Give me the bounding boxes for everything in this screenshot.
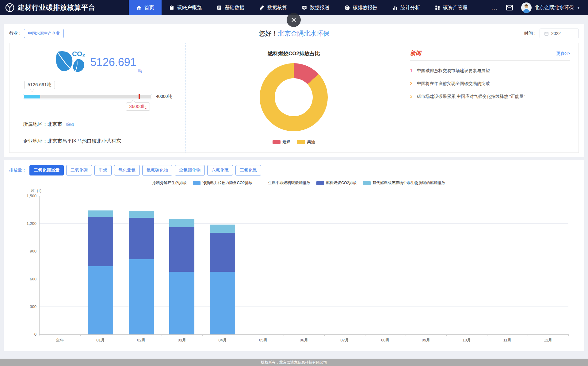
tab-n2o[interactable]: 氧化亚氮 [114,165,140,175]
emission-summary-panel: CO₂ 5126.691 吨 5126.691吨 40000吨 36000吨 所… [10,43,186,152]
x-tick-mark [243,334,243,336]
x-tick-mark [528,334,528,336]
x-tick-label: 12月 [544,337,552,343]
user-name: 北京金隅北水环保 [535,5,574,11]
x-tick-label: 06月 [300,337,308,343]
coal-swatch [273,140,281,144]
nav-item-emission-report[interactable]: 碳排放报告 [337,0,385,15]
x-tick-label: 01月 [96,337,105,343]
tab-nf3[interactable]: 三氟化氮 [235,165,261,175]
legend-swatch [363,181,371,185]
x-tick-mark [487,334,487,336]
gridline [40,306,568,307]
x-tick-mark [40,334,40,336]
progress-fill [24,95,40,98]
legend-item[interactable]: 替代燃料或废弃物中非生物质碳的燃烧排放 [363,180,445,186]
bar-segment [88,217,113,266]
nav-item-statistics[interactable]: 统计分析 [385,0,427,15]
legend-swatch [143,181,151,185]
industry-chip[interactable]: 中国水泥生产企业 [24,29,64,38]
copyright-icon [344,5,350,11]
close-button[interactable] [287,13,301,27]
legend-item-coal[interactable]: 烟煤 [273,139,290,145]
gridline [40,251,568,251]
legend-item[interactable]: 生料中非燃料碳煅烧排放 [259,180,311,186]
chevron-down-icon: ▼ [577,6,580,10]
year-select[interactable]: 2022 [540,29,579,38]
x-tick-mark [568,334,569,336]
bar-segment [129,218,154,259]
user-menu[interactable]: 北京金隅北水环保 ▼ [521,2,580,13]
legend-swatch [193,181,200,185]
news-item[interactable]: 3 碳市场建设硕果累累 中国应对气候变化持续释放 “正能量” [410,94,570,99]
bar-segment [88,266,113,334]
tab-pfc[interactable]: 全氟碳化物 [175,165,205,175]
news-item[interactable]: 2 中国将在年底前实现全国碳交易的突破 [410,81,570,87]
y-tick-label: 1,500 [26,194,36,198]
pencil-icon [259,5,265,10]
legend-label: 净购电力和热力隐含CO2排放 [202,180,252,186]
news-text: 碳市场建设硕果累累 中国应对气候变化持续释放 “正能量” [417,94,525,99]
x-tick-label: 全年 [56,337,64,343]
news-item[interactable]: 1 中国碳排放权交易市场建设要素与展望 [410,68,570,74]
legend-swatch [259,181,266,185]
region-line: 所属地区：北京市 编辑 [23,121,172,128]
time-label: 时间： [524,31,537,36]
emission-tooltip: 5126.691吨 [24,81,55,89]
total-emission-value: 5126.691 [90,56,136,69]
nav-item-data-submission[interactable]: 数据报送 [294,0,337,15]
fuel-donut-chart [260,63,328,131]
tab-co2-equivalent[interactable]: 二氧化碳当量 [29,165,64,175]
diesel-swatch [297,140,305,144]
app-title: 建材行业碳排放核算平台 [18,3,95,12]
tab-hfc[interactable]: 氢氟碳化物 [142,165,172,175]
nav-item-home[interactable]: 首页 [129,0,162,15]
legend-item-diesel[interactable]: 柴油 [297,139,315,145]
mail-icon[interactable] [506,4,513,11]
x-tick-mark [80,334,81,336]
x-tick-label: 02月 [137,337,145,343]
nav-more-button[interactable]: ... [491,5,498,11]
tab-methane[interactable]: 甲烷 [94,165,112,175]
legend-item[interactable]: 原料分解产生的排放 [143,180,187,186]
x-tick-label: 08月 [381,337,389,343]
bar-segment [210,272,235,334]
nav-item-base-data[interactable]: 基础数据 [209,0,252,15]
calendar-icon [544,31,549,36]
monitor-pulse-icon [302,5,307,10]
news-title: 新闻 [410,49,421,57]
x-tick-label: 07月 [340,337,349,343]
nav-item-carbon-account[interactable]: 碳账户概览 [162,0,209,15]
news-panel: 新闻 更多>> 1 中国碳排放权交易市场建设要素与展望 2 中国将在年底前实现全… [402,43,578,152]
donut-title: 燃料燃烧CO2排放占比 [186,50,402,57]
bar-segment [129,259,154,334]
legend-label: 燃料燃烧CO2排放 [326,180,357,186]
stacked-bar-chart: 吨（t） 03006009001,2001,500全年01月02月03月04月0… [4,187,584,349]
y-axis-label: 吨（t） [31,188,44,194]
overview-card: 行业： 中国水泥生产企业 您好！北京金隅北水环保 时间： 2022 CO₂ 51… [4,24,584,157]
nav-item-data-accounting[interactable]: 数据核算 [252,0,294,15]
account-overview-icon [169,5,174,10]
nav-item-asset-management[interactable]: 碳资产管理 [427,0,475,15]
quota-marker [139,94,140,99]
x-tick-label: 03月 [178,337,186,343]
fuel-donut-panel: 燃料燃烧CO2排放占比 烟煤 柴油 [186,43,402,152]
legend-item[interactable]: 燃料燃烧CO2排放 [316,180,357,186]
total-emission-unit: 吨 [138,68,142,76]
tab-co2[interactable]: 二氧化碳 [66,165,92,175]
x-tick-mark [162,334,162,336]
legend-swatch [316,181,324,185]
edit-region-link[interactable]: 编辑 [66,122,74,127]
bar-segment [88,210,113,217]
bar-segment [169,227,194,272]
gridline [40,223,568,224]
x-tick-label: 05月 [259,337,267,343]
x-tick-mark [284,334,284,336]
legend-item[interactable]: 净购电力和热力隐含CO2排放 [193,180,252,186]
tab-sf6[interactable]: 六氟化硫 [207,165,233,175]
footer: 版权所有：北京雪迪龙信息科技有限公司 [0,359,588,366]
close-icon [291,17,297,23]
database-icon [216,5,222,10]
news-more-link[interactable]: 更多>> [556,51,570,56]
gridline [40,279,568,279]
